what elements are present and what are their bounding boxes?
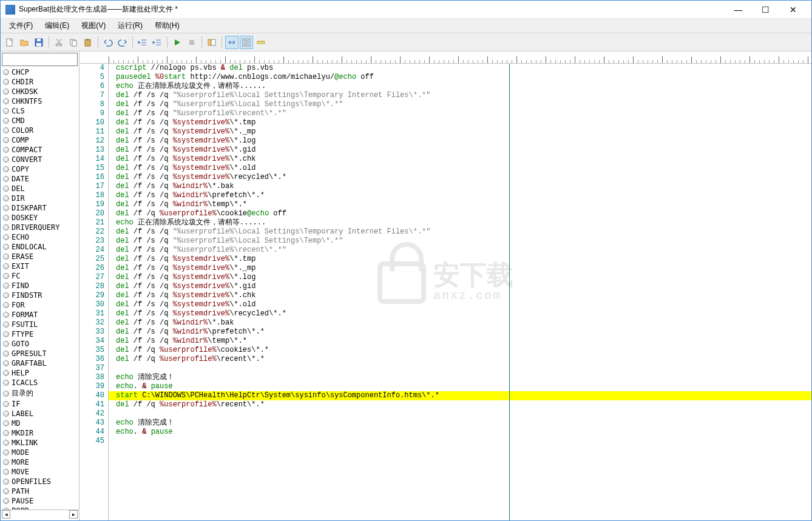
command-item[interactable]: FTYPE bbox=[1, 329, 79, 339]
menu-view[interactable]: 视图(V) bbox=[75, 19, 112, 32]
code-line[interactable]: echo 正在清除系统垃圾文件，请稍等...... bbox=[109, 218, 811, 227]
code-line[interactable]: del /f /s /q %systemdrive%\*.old bbox=[109, 300, 811, 309]
command-item[interactable]: FIND bbox=[1, 281, 79, 291]
code-line[interactable]: del /f /s /q %windir%\prefetch\*.* bbox=[109, 191, 811, 200]
code-lines[interactable]: cscript //nologo ps.vbs & del ps.vbspaus… bbox=[109, 64, 811, 520]
code-line[interactable]: del /f /s /q %systemdrive%\*.log bbox=[109, 273, 811, 282]
code-line[interactable]: del /f /s /q %systemdrive%\*._mp bbox=[109, 127, 811, 136]
maximize-button[interactable]: ☐ bbox=[752, 1, 779, 18]
code-line[interactable]: del /f /s /q %systemdrive%\*.chk bbox=[109, 291, 811, 300]
command-item[interactable]: GOTO bbox=[1, 339, 79, 349]
command-item[interactable]: CMD bbox=[1, 116, 79, 126]
cut-button[interactable] bbox=[52, 36, 66, 49]
menu-edit[interactable]: 编辑(E) bbox=[39, 19, 75, 32]
open-file-button[interactable] bbox=[18, 36, 31, 49]
code-line[interactable]: del /f /s /q "%userprofile%\recent\*.*" bbox=[109, 109, 811, 118]
code-line[interactable]: del /f /q %userprofile%\cookies\*.* bbox=[109, 346, 811, 355]
ruler-toggle-button[interactable] bbox=[254, 36, 268, 49]
command-item[interactable]: ENDLOCAL bbox=[1, 242, 79, 252]
toggle-sidebar-button[interactable] bbox=[205, 36, 218, 49]
titlebar[interactable]: SuperBat批处理文件生成器——新建批处理文件 * — ☐ ✕ bbox=[1, 1, 811, 19]
command-item[interactable]: DISKPART bbox=[1, 203, 79, 213]
code-line[interactable]: del /f /s /q %systemdrive%\*.chk bbox=[109, 155, 811, 164]
close-button[interactable]: ✕ bbox=[779, 1, 807, 18]
command-item[interactable]: DIR bbox=[1, 193, 79, 203]
minimize-button[interactable]: — bbox=[725, 1, 752, 18]
new-file-button[interactable] bbox=[3, 36, 16, 49]
code-line[interactable]: del /f /s /q %systemdrive%\recycled\*.* bbox=[109, 309, 811, 318]
command-item[interactable]: CONVERT bbox=[1, 155, 79, 164]
command-item[interactable]: GRAFTABL bbox=[1, 358, 79, 368]
command-item[interactable]: IF bbox=[1, 399, 79, 409]
command-item[interactable]: DATE bbox=[1, 174, 79, 184]
command-item[interactable]: MORE bbox=[1, 457, 79, 467]
scroll-left-icon[interactable]: ◂ bbox=[2, 510, 10, 519]
code-line[interactable]: del /f /q %userprofile%\recent\*.* bbox=[109, 355, 811, 364]
command-item[interactable]: HELP bbox=[1, 368, 79, 378]
command-item[interactable]: MOVE bbox=[1, 467, 79, 477]
command-category-dropdown[interactable] bbox=[2, 53, 78, 66]
scroll-right-icon[interactable]: ▸ bbox=[69, 510, 78, 519]
code-line[interactable]: del /f /s /q %systemdrive%\*.gid bbox=[109, 282, 811, 291]
command-item[interactable]: GPRESULT bbox=[1, 349, 79, 358]
code-line[interactable]: echo 清除完成！ bbox=[109, 418, 811, 428]
sidebar-scrollbar[interactable]: ◂▸ bbox=[1, 509, 79, 520]
command-item[interactable]: PAUSE bbox=[1, 496, 79, 506]
code-line[interactable] bbox=[109, 437, 811, 446]
indent-button[interactable] bbox=[151, 36, 164, 49]
code-line[interactable] bbox=[109, 409, 811, 418]
command-item[interactable]: DOSKEY bbox=[1, 213, 79, 223]
command-item[interactable]: FINDSTR bbox=[1, 291, 79, 300]
command-item[interactable]: COMPACT bbox=[1, 145, 79, 155]
command-item[interactable]: DEL bbox=[1, 184, 79, 193]
command-item[interactable]: FC bbox=[1, 271, 79, 281]
save-button[interactable] bbox=[32, 36, 46, 49]
code-line[interactable]: del /f /s /q %systemdrive%\recycled\*.* bbox=[109, 173, 811, 182]
code-line[interactable]: start C:\WINDOWS\PCHealth\HelpCtr\System… bbox=[109, 391, 811, 400]
code-line[interactable]: cscript //nologo ps.vbs & del ps.vbs bbox=[109, 64, 811, 73]
wrap-toggle-button[interactable] bbox=[225, 36, 239, 49]
copy-button[interactable] bbox=[67, 36, 80, 49]
command-item[interactable]: ECHO bbox=[1, 232, 79, 242]
command-item[interactable]: CHKDSK bbox=[1, 87, 79, 96]
code-line[interactable]: pausedel %0start http://www.cnblogs.com/… bbox=[109, 73, 811, 82]
code-line[interactable]: echo 清除完成！ bbox=[109, 373, 811, 382]
command-item[interactable]: DRIVERQUERY bbox=[1, 223, 79, 232]
undo-button[interactable] bbox=[101, 36, 115, 49]
code-line[interactable]: del /f /s /q "%userprofile%\Local Settin… bbox=[109, 100, 811, 109]
command-item[interactable]: MKLINK bbox=[1, 438, 79, 448]
command-item[interactable]: EXIT bbox=[1, 261, 79, 271]
menu-run[interactable]: 运行(R) bbox=[112, 19, 149, 32]
code-line[interactable]: del /f /s /q "%userprofile%\Local Settin… bbox=[109, 237, 811, 246]
paste-button[interactable] bbox=[81, 36, 95, 49]
command-item[interactable]: 目录的 bbox=[1, 388, 79, 399]
code-line[interactable]: del /f /s /q %windir%\prefetch\*.* bbox=[109, 328, 811, 337]
code-line[interactable]: del /f /s /q %systemdrive%\*.old bbox=[109, 164, 811, 173]
code-line[interactable]: del /f /s /q %systemdrive%\*.tmp bbox=[109, 255, 811, 264]
command-item[interactable]: ERASE bbox=[1, 252, 79, 261]
command-item[interactable]: MD bbox=[1, 418, 79, 428]
code-line[interactable]: del /f /s /q %systemdrive%\*.log bbox=[109, 136, 811, 146]
code-line[interactable]: echo 正在清除系统垃圾文件，请稍等...... bbox=[109, 82, 811, 91]
command-item[interactable]: CHDIR bbox=[1, 77, 79, 87]
code-line[interactable]: del /f /q %userprofile%\cookie@echo off bbox=[109, 209, 811, 218]
run-button[interactable] bbox=[171, 36, 184, 49]
command-item[interactable]: FSUTIL bbox=[1, 320, 79, 329]
command-item[interactable]: COLOR bbox=[1, 126, 79, 135]
command-item[interactable]: CLS bbox=[1, 106, 79, 116]
code-line[interactable]: del /f /q %userprofile%\recent\*.* bbox=[109, 400, 811, 409]
command-item[interactable]: PATH bbox=[1, 486, 79, 496]
command-item[interactable]: COPY bbox=[1, 164, 79, 174]
command-item[interactable]: FOR bbox=[1, 300, 79, 310]
code-line[interactable]: del /f /s /q %systemdrive%\*._mp bbox=[109, 264, 811, 273]
command-item[interactable]: FORMAT bbox=[1, 310, 79, 320]
command-item[interactable]: MKDIR bbox=[1, 428, 79, 438]
code-line[interactable]: del /f /s /q "%userprofile%\Local Settin… bbox=[109, 227, 811, 237]
command-item[interactable]: CHCP bbox=[1, 67, 79, 77]
code-line[interactable]: del /f /s /q %windir%\*.bak bbox=[109, 182, 811, 191]
redo-button[interactable] bbox=[116, 36, 129, 49]
command-item[interactable]: OPENFILES bbox=[1, 477, 79, 486]
outdent-button[interactable] bbox=[136, 36, 149, 49]
menu-file[interactable]: 文件(F) bbox=[3, 19, 39, 32]
code-line[interactable]: del /f /s /q %windir%\temp\*.* bbox=[109, 337, 811, 346]
